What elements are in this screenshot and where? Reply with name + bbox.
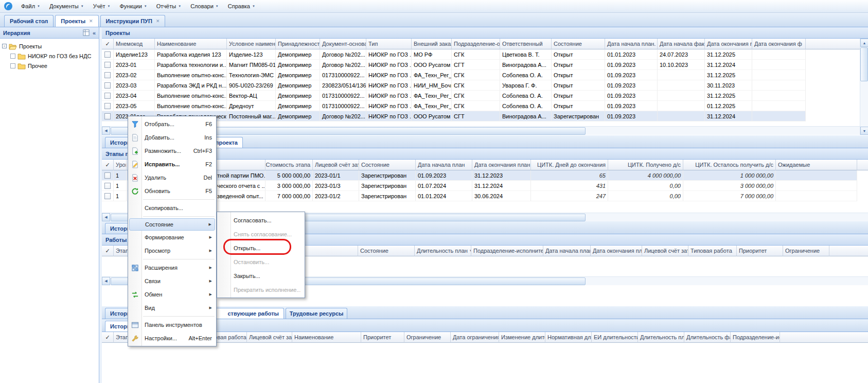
panel-settings-icon[interactable] [83,29,90,36]
menu-item-Добавить...[interactable]: Добавить...Ins [128,131,216,144]
menu-item-Скопировать...[interactable]: Скопировать... [128,201,216,215]
column-header-Подразделение-от[interactable]: Подразделение-от [452,39,500,49]
tree-item-НИОКР по ГОЗ без НДС[interactable]: НИОКР по ГОЗ без НДС [1,51,98,61]
column-header-Мнемокод[interactable]: Мнемокод [114,39,155,49]
column-header-Дата начала план.[interactable]: Дата начала план. [605,39,658,49]
column-header-Дата окончания п[interactable]: Дата окончания п [705,39,752,49]
menu-item-Удалить[interactable]: УдалитьDel [128,171,216,184]
menu-item-Обновить[interactable]: ОбновитьF5 [128,184,216,198]
table-row[interactable]: Изделие123Разработка изделия 123Изделие-… [102,49,806,60]
column-header-Принадлежность[interactable]: Принадлежность [276,39,320,49]
scroll-left-icon[interactable]: ◀ [102,277,110,285]
column-header-Лицевой счёт затрат[interactable]: Лицевой счёт затрат [313,160,359,170]
column-header-checkbox[interactable]: ✓ [102,39,114,49]
menubar-item-Учёт[interactable]: Учёт▼ [88,1,115,11]
column-header-Типовая работа[interactable]: Типовая работа [688,246,737,256]
menu-item-Исправить...[interactable]: Исправить...F2 [128,158,216,171]
column-header-Дата начала план[interactable]: Дата начала план [416,160,472,170]
menu-item-Остановить...[interactable]: Остановить... [217,255,305,269]
column-header-Приоритет[interactable]: Приоритет [361,332,404,343]
column-header-ЦИТК. Дней до окончания[interactable]: ЦИТК. Дней до окончания [531,160,608,170]
column-header-Подразделение-ис[interactable]: Подразделение-ис [731,332,780,343]
menubar-item-Отчёты[interactable]: Отчёты▼ [152,1,186,11]
column-header-Лицевой счёт затр[interactable]: Лицевой счёт затр [642,246,688,256]
row-checkbox[interactable] [104,172,111,179]
menu-item-Расширения[interactable]: Расширения▶ [128,261,216,274]
column-header-ЦИТК. Получено д/с[interactable]: ЦИТК. Получено д/с [608,160,683,170]
column-header-Дата начала факт[interactable]: Дата начала факт [658,39,705,49]
menu-item-Закрыть...[interactable]: Закрыть... [217,269,305,283]
table-row[interactable]: 2023-03Разработка ЭКД и РКД н...905-U020… [102,80,806,91]
row-checkbox[interactable] [104,183,111,189]
table-row[interactable]: 2023-02Выполнение опытно-конс...Технолог… [102,70,806,80]
scroll-thumb[interactable] [860,47,868,81]
column-header-Изменение длите[interactable]: Изменение длите [499,332,545,343]
column-header-Состояние[interactable]: Состояние [359,160,416,170]
column-header-Дата начала план.[interactable]: Дата начала план. [543,246,591,256]
tree-item-Проекты[interactable]: -Проекты [1,41,98,51]
collapse-panel-icon[interactable]: « [93,30,96,36]
column-header-Дата окончания ф[interactable]: Дата окончания ф [752,39,806,49]
projects-vscrollbar[interactable]: ▲ ▼ [860,39,868,135]
menu-item-Размножить...[interactable]: Размножить...Ctrl+F3 [128,144,216,158]
column-header-Документ-основан[interactable]: Документ-основан [320,39,366,49]
column-header-Ограничение[interactable]: Ограничение [404,332,451,343]
column-header-ЕИ длительности[interactable]: ЕИ длительности [592,332,638,343]
tree-item-Прочее[interactable]: Прочее [1,61,98,71]
menu-item-Обмен[interactable]: Обмен▶ [128,288,216,301]
close-icon[interactable]: ✕ [89,19,93,24]
scroll-track[interactable] [860,81,868,127]
menubar-item-Функции[interactable]: Функции▼ [115,1,151,11]
main-tab-Рабочий стол[interactable]: Рабочий стол [4,15,54,27]
menubar-item-Документы[interactable]: Документы▼ [45,1,88,11]
column-header-checkbox[interactable]: ✓ [102,160,114,170]
column-header-Лицевой счёт затр[interactable]: Лицевой счёт затр [247,332,292,343]
column-header-Наименование[interactable]: Наименование [292,332,361,343]
menu-item-Связи[interactable]: Связи▶ [128,274,216,288]
projects-hscrollbar[interactable]: ◀ [102,126,868,135]
column-header-Ответственный[interactable]: Ответственный [500,39,552,49]
row-checkbox[interactable] [104,72,111,78]
column-header-Длительность план[interactable]: Длительность план▼ [415,246,471,256]
column-header-ЦИТК. Осталось получить д/с[interactable]: ЦИТК. Осталось получить д/с [683,160,776,170]
tree-expander-icon[interactable]: - [2,44,7,48]
column-header-Длительность фак[interactable]: Длительность фак [684,332,731,343]
menu-item-Отобрать...[interactable]: Отобрать...F6 [128,117,216,131]
column-header-Состояние[interactable]: Состояние [358,246,415,256]
menu-item-Формирование[interactable]: Формирование▶ [128,231,216,244]
column-header-Дата окончания план[interactable]: Дата окончания план [591,246,642,256]
scroll-left-icon[interactable]: ◀ [102,127,110,135]
column-header-Приоритет[interactable]: Приоритет [737,246,783,256]
scroll-up-icon[interactable]: ▲ [860,39,868,47]
table-row[interactable]: 2023-04Выполнение опытно-конс...Вектор-А… [102,91,806,101]
menu-item-Прекратить исполнение...[interactable]: Прекратить исполнение... [217,283,305,297]
column-header-Стоимость этапа[interactable]: Стоимость этапа [265,160,313,170]
column-header-checkbox[interactable]: ✓ [102,246,114,256]
scroll-down-icon[interactable]: ▼ [860,127,868,135]
detail-tab-Трудовые ресурсы[interactable]: Трудовые ресурсы [286,308,347,319]
menubar-item-Словари[interactable]: Словари▼ [186,1,223,11]
column-header-Внешний заказчик[interactable]: Внешний заказчик [412,39,452,49]
tree-checkbox[interactable] [10,54,15,59]
column-header-Дата ограничения[interactable]: Дата ограничения [451,332,499,343]
row-checkbox[interactable] [104,62,111,68]
column-header-Условное наименова[interactable]: Условное наименова [227,39,276,49]
menu-item-Согласовать...[interactable]: Согласовать... [217,213,305,227]
column-header-Уров[interactable]: Уров [114,160,127,170]
column-header-Длительность пла[interactable]: Длительность пла [638,332,684,343]
menu-item-Вид[interactable]: Вид▶ [128,301,216,315]
menu-item-Настройки...[interactable]: Настройки...Alt+Enter [128,332,216,345]
column-header-checkbox[interactable]: ✓ [102,332,114,343]
row-checkbox[interactable] [104,103,111,109]
tree-checkbox[interactable] [10,63,15,68]
column-header-Наименование[interactable]: Наименование [155,39,227,49]
row-checkbox[interactable] [104,93,111,99]
menu-item-Панель инструментов[interactable]: Панель инструментов [128,318,216,332]
column-header-Состояние[interactable]: Состояние [552,39,605,49]
table-row[interactable]: 2023-05Выполнение опытно-конс...Дредноут… [102,101,806,111]
menu-item-Просмотр[interactable]: Просмотр▶ [128,244,216,257]
main-tab-Проекты[interactable]: Проекты✕ [55,15,98,27]
main-tab-Инструкции ПУП[interactable]: Инструкции ПУП✕ [100,15,166,27]
column-header-Нормативная длит[interactable]: Нормативная длит [545,332,592,343]
column-header-Подразделение-исполнитель.[interactable]: Подразделение-исполнитель. [471,246,543,256]
